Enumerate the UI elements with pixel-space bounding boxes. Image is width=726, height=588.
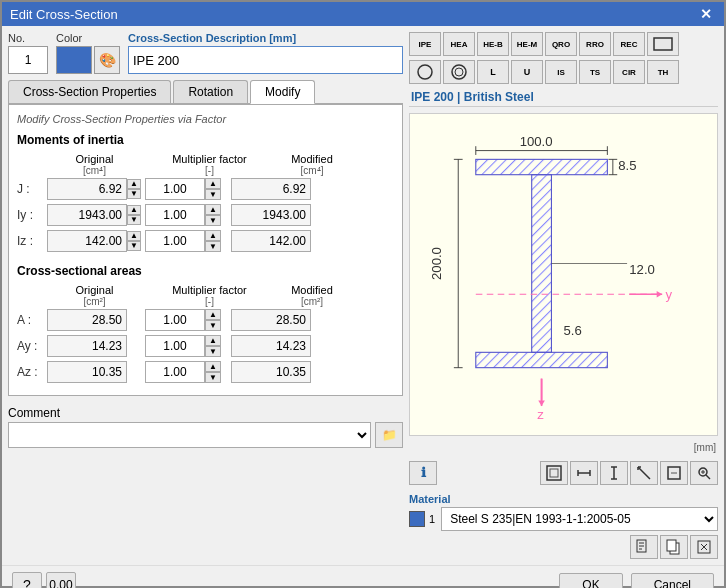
toolbar-ro1[interactable] <box>409 60 441 84</box>
material-buttons <box>409 535 718 559</box>
col-multiplier-area-unit: [-] <box>162 296 257 307</box>
comment-browse-button[interactable]: 📁 <box>375 422 403 448</box>
moment-j-up[interactable]: ▲ <box>127 179 141 189</box>
measure3-button[interactable] <box>630 461 658 485</box>
toolbar-th[interactable]: TH <box>647 60 679 84</box>
toolbar-ts[interactable]: TS <box>579 60 611 84</box>
cross-section-display-title: IPE 200 | British Steel <box>409 88 718 107</box>
moment-j-name: J : <box>17 182 47 196</box>
moment-iz-spin-down[interactable]: ▼ <box>205 241 221 252</box>
moment-iy-up[interactable]: ▲ <box>127 205 141 215</box>
moment-iy-multiplier[interactable] <box>145 204 205 226</box>
frame-button[interactable] <box>540 461 568 485</box>
moment-iy-spin-up[interactable]: ▲ <box>205 204 221 215</box>
moment-iz-spin-up[interactable]: ▲ <box>205 230 221 241</box>
svg-rect-46 <box>667 540 676 551</box>
area-az-spinner: ▲ ▼ <box>205 361 221 383</box>
moment-j-spin-down[interactable]: ▼ <box>205 189 221 200</box>
cross-section-input[interactable] <box>128 46 403 74</box>
area-az-original: 10.35 <box>47 361 127 383</box>
y-axis-label: y <box>665 287 672 302</box>
moment-j-spinner: ▲ ▼ <box>205 178 221 200</box>
no-value: 1 <box>8 46 48 74</box>
toolbar-hem[interactable]: HE-M <box>511 32 543 56</box>
area-a-spin-up[interactable]: ▲ <box>205 309 221 320</box>
measure3-icon <box>636 465 652 481</box>
area-a-spinner: ▲ ▼ <box>205 309 221 331</box>
moment-iz-down[interactable]: ▼ <box>127 241 141 251</box>
moment-j-down[interactable]: ▼ <box>127 189 141 199</box>
cross-section-toolbar-row1: IPE HEA HE-B HE-M QRO RRO REC <box>409 32 718 56</box>
moment-j-multiplier[interactable] <box>145 178 205 200</box>
toolbar-is[interactable]: IS <box>545 60 577 84</box>
toolbar-ro2[interactable] <box>443 60 475 84</box>
color-group: Color 🎨 <box>56 32 120 74</box>
area-ay-spin-down[interactable]: ▼ <box>205 346 221 357</box>
cancel-button[interactable]: Cancel <box>631 573 714 588</box>
toolbar-hea[interactable]: HEA <box>443 32 475 56</box>
area-ay-multiplier[interactable] <box>145 335 205 357</box>
measure1-icon <box>576 465 592 481</box>
moment-j-original: 6.92 <box>47 178 127 200</box>
toolbar-rec1[interactable]: REC <box>613 32 645 56</box>
copy-icon <box>666 539 682 555</box>
material-select[interactable]: Steel S 235|EN 1993-1-1:2005-05 <box>441 507 718 531</box>
col-modified-label: Modified <box>267 153 357 165</box>
dim-flange-label: 8.5 <box>618 158 636 173</box>
ok-button[interactable]: OK <box>559 573 622 588</box>
area-az-multiplier[interactable] <box>145 361 205 383</box>
moment-iy-down[interactable]: ▼ <box>127 215 141 225</box>
color-swatch[interactable] <box>56 46 92 74</box>
material-settings-button[interactable] <box>690 535 718 559</box>
moment-j-spin-up[interactable]: ▲ <box>205 178 221 189</box>
cross-section-toolbar-row2: L U IS TS CIR TH <box>409 60 718 84</box>
material-copy-button[interactable] <box>660 535 688 559</box>
dim-web-label: 5.6 <box>564 323 582 338</box>
area-a-multiplier[interactable] <box>145 309 205 331</box>
area-az-spin-up[interactable]: ▲ <box>205 361 221 372</box>
toolbar-heb[interactable]: HE-B <box>477 32 509 56</box>
material-edit-button[interactable] <box>630 535 658 559</box>
toolbar-rec2[interactable] <box>647 32 679 56</box>
info-button[interactable]: ℹ <box>409 461 437 485</box>
tab-cross-section-properties[interactable]: Cross-Section Properties <box>8 80 171 103</box>
material-row: 1 Steel S 235|EN 1993-1-1:2005-05 <box>409 507 718 531</box>
comment-input[interactable] <box>8 422 371 448</box>
tab-rotation[interactable]: Rotation <box>173 80 248 103</box>
reset-button[interactable]: 0.00 <box>46 572 76 588</box>
toolbar-u[interactable]: U <box>511 60 543 84</box>
area-az-spin-down[interactable]: ▼ <box>205 372 221 383</box>
comment-label: Comment <box>8 406 403 420</box>
col-original-label: Original <box>47 153 142 165</box>
svg-line-32 <box>638 467 650 479</box>
moment-iz-multiplier[interactable] <box>145 230 205 252</box>
no-label: No. <box>8 32 48 44</box>
toolbar-rro[interactable]: RRO <box>579 32 611 56</box>
measure1-button[interactable] <box>570 461 598 485</box>
toolbar-cir[interactable]: CIR <box>613 60 645 84</box>
moment-iz-up[interactable]: ▲ <box>127 231 141 241</box>
toolbar-ipe[interactable]: IPE <box>409 32 441 56</box>
tab-modify[interactable]: Modify <box>250 80 315 104</box>
measure4-button[interactable] <box>660 461 688 485</box>
toolbar-qro[interactable]: QRO <box>545 32 577 56</box>
window-title: Edit Cross-Section <box>10 7 118 22</box>
unit-label: [mm] <box>409 440 718 455</box>
close-button[interactable]: ✕ <box>696 6 716 22</box>
area-ay-spin-up[interactable]: ▲ <box>205 335 221 346</box>
col-modified-area-unit: [cm²] <box>267 296 357 307</box>
svg-rect-6 <box>532 175 552 353</box>
col-modified-area-label: Modified <box>267 284 357 296</box>
moment-iy-spin-down[interactable]: ▼ <box>205 215 221 226</box>
zoom-button[interactable] <box>690 461 718 485</box>
moment-iz-original: 142.00 <box>47 230 127 252</box>
frame-icon <box>546 465 562 481</box>
color-picker-button[interactable]: 🎨 <box>94 46 120 74</box>
toolbar-l[interactable]: L <box>477 60 509 84</box>
area-a-spin-down[interactable]: ▼ <box>205 320 221 331</box>
measure2-button[interactable] <box>600 461 628 485</box>
zoom-icon <box>696 465 712 481</box>
help-button[interactable]: ? <box>12 572 42 588</box>
bottom-toolbar: ℹ <box>409 461 718 485</box>
main-content: No. 1 Color 🎨 Cross-Section Description … <box>2 26 724 565</box>
